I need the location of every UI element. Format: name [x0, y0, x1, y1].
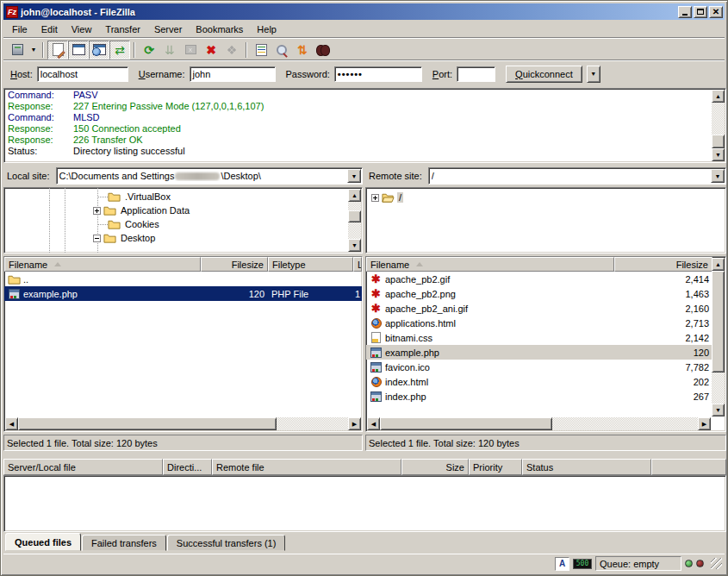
site-manager-button[interactable]	[7, 41, 28, 59]
reconnect-button[interactable]: ❖	[221, 41, 242, 59]
disconnect-button[interactable]: ✖	[201, 41, 221, 59]
quickconnect-dropdown[interactable]: ▼	[587, 66, 600, 83]
remote-site-dropdown[interactable]: ▼	[711, 169, 725, 183]
scroll-right-icon[interactable]: ▶	[698, 417, 711, 430]
column-header-priority[interactable]: Priority	[469, 459, 522, 475]
file-row[interactable]: index.php 267	[366, 389, 712, 404]
menu-file[interactable]: File	[5, 22, 34, 36]
column-header-filename[interactable]: Filename	[366, 257, 614, 272]
scrollbar-thumb[interactable]	[18, 417, 277, 430]
scrollbar-thumb[interactable]	[712, 135, 725, 148]
local-site-dropdown[interactable]: ▼	[347, 169, 361, 183]
toggle-message-log-button[interactable]	[47, 41, 68, 59]
scroll-left-icon[interactable]: ◀	[5, 417, 18, 430]
menu-help[interactable]: Help	[250, 22, 283, 36]
column-header-filetype[interactable]: Filetype	[268, 257, 353, 272]
column-header-remote-file[interactable]: Remote file	[212, 459, 401, 475]
scroll-left-icon[interactable]: ◀	[367, 417, 380, 430]
column-header-status[interactable]: Status	[522, 459, 651, 475]
password-input[interactable]: ••••••	[334, 66, 422, 82]
tab-successful-transfers[interactable]: Successful transfers (1)	[167, 535, 286, 551]
filter-button[interactable]	[251, 41, 271, 59]
file-row[interactable]: ✱apache_pb2.gif 2,414	[366, 272, 712, 286]
remote-list-hscrollbar[interactable]: ◀ ▶	[367, 417, 711, 430]
quickconnect-button[interactable]: Quickconnect	[506, 66, 582, 83]
column-header-size[interactable]: Size	[401, 459, 469, 475]
column-header-filesize[interactable]: Filesize	[201, 257, 268, 272]
resize-grip[interactable]	[711, 558, 722, 569]
collapse-icon[interactable]	[93, 235, 101, 242]
tree-item-label: Cookies	[123, 219, 161, 229]
host-input[interactable]: localhost	[37, 66, 128, 82]
menu-transfer[interactable]: Transfer	[98, 22, 147, 36]
local-tree-scrollbar[interactable]: ▲ ▼	[348, 189, 361, 252]
minimize-button[interactable]	[678, 6, 692, 18]
maximize-button[interactable]	[694, 6, 707, 18]
column-header-filesize[interactable]: Filesize	[614, 257, 712, 272]
menu-server[interactable]: Server	[147, 22, 189, 36]
toggle-remote-tree-button[interactable]	[89, 41, 109, 59]
scroll-down-icon[interactable]: ▼	[712, 404, 725, 416]
expand-icon[interactable]	[93, 207, 101, 215]
log-label: Command:	[8, 90, 73, 101]
refresh-button[interactable]: ⟳	[139, 41, 159, 59]
scrollbar-thumb[interactable]	[380, 417, 552, 430]
menu-edit[interactable]: Edit	[34, 22, 65, 36]
find-files-button[interactable]	[313, 41, 333, 59]
local-list-hscrollbar[interactable]: ◀ ▶	[5, 417, 361, 430]
local-file-list[interactable]: Filename Filesize Filetype L .. example.…	[3, 256, 363, 432]
local-site-row: Local site: C:\Documents and Settings\De…	[3, 167, 363, 185]
file-row[interactable]: applications.html 2,713	[366, 316, 712, 330]
remote-list-vscrollbar[interactable]: ▲ ▼	[712, 258, 725, 416]
tree-item-cookies[interactable]: Cookies	[97, 217, 161, 231]
tree-item-application-data[interactable]: Application Data	[93, 203, 191, 217]
file-row[interactable]: ✱apache_pb2_ani.gif 2,160	[366, 301, 712, 316]
tree-item-desktop[interactable]: Desktop	[93, 231, 157, 245]
toggle-local-tree-button[interactable]	[68, 41, 89, 59]
file-row[interactable]: ✱apache_pb2.png 1,463	[366, 286, 712, 301]
tab-queued-files[interactable]: Queued files	[5, 533, 81, 551]
file-row-parent[interactable]: ..	[4, 272, 362, 286]
file-row[interactable]: bitnami.css 2,142	[366, 330, 712, 345]
local-site-combobox[interactable]: C:\Documents and Settings\Desktop\ ▼	[56, 167, 363, 185]
file-row[interactable]: favicon.ico 7,782	[366, 360, 712, 374]
tree-item-root[interactable]: /	[371, 191, 403, 204]
file-row-selected[interactable]: example.php 120	[366, 345, 712, 360]
transfer-type-icon[interactable]: A	[555, 557, 569, 571]
file-row[interactable]: index.html 202	[366, 374, 712, 389]
scroll-down-icon[interactable]: ▼	[712, 148, 725, 161]
scrollbar-thumb[interactable]	[712, 271, 725, 373]
menu-bookmarks[interactable]: Bookmarks	[189, 22, 250, 36]
tree-item-virtualbox[interactable]: .VirtualBox	[97, 190, 172, 203]
expand-icon[interactable]	[371, 194, 379, 202]
log-scrollbar[interactable]: ▲ ▼	[712, 90, 725, 161]
port-input[interactable]	[457, 66, 495, 82]
speed-limit-icon[interactable]: 500	[573, 559, 592, 569]
remote-site-combobox[interactable]: / ▼	[428, 167, 726, 185]
column-header-server-local-file[interactable]: Server/Local file	[3, 459, 163, 475]
column-header-direction[interactable]: Directi...	[163, 459, 212, 475]
scroll-up-icon[interactable]: ▲	[712, 90, 725, 103]
queue-list[interactable]	[3, 475, 726, 532]
column-header-filename[interactable]: Filename	[4, 257, 201, 272]
scroll-up-icon[interactable]: ▲	[348, 189, 361, 202]
directory-comparison-button[interactable]	[271, 41, 292, 59]
local-tree[interactable]: .VirtualBox Application Data Cookies Des…	[3, 187, 363, 254]
column-header-lastmodified[interactable]: L	[353, 257, 362, 272]
remote-file-list[interactable]: Filename Filesize ✱apache_pb2.gif 2,414 …	[365, 256, 726, 432]
close-button[interactable]: ✕	[709, 6, 723, 18]
site-manager-dropdown[interactable]: ▼	[28, 41, 39, 59]
cancel-operation-button[interactable]: x	[180, 41, 201, 59]
scrollbar-thumb[interactable]	[348, 210, 361, 222]
synchronized-browsing-button[interactable]: ⇅	[292, 41, 313, 59]
scroll-up-icon[interactable]: ▲	[712, 258, 725, 271]
file-row-selected[interactable]: example.php 120 PHP File 1	[4, 286, 362, 301]
scroll-right-icon[interactable]: ▶	[348, 417, 361, 430]
scroll-down-icon[interactable]: ▼	[348, 239, 361, 252]
process-queue-button[interactable]: ⇊	[159, 41, 180, 59]
tab-failed-transfers[interactable]: Failed transfers	[82, 535, 166, 551]
menu-view[interactable]: View	[65, 22, 99, 36]
username-input[interactable]: john	[190, 66, 276, 82]
remote-tree[interactable]: /	[365, 187, 726, 254]
toggle-queue-button[interactable]: ⇄	[109, 41, 130, 59]
